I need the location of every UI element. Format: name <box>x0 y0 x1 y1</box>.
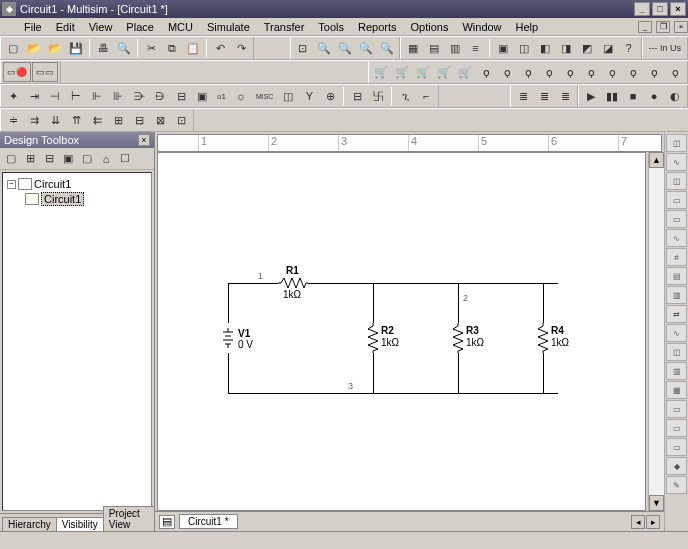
menu-file[interactable]: File <box>18 20 48 34</box>
close-button[interactable]: × <box>670 2 686 16</box>
collapse-icon[interactable]: − <box>7 180 16 189</box>
comp-rf-icon[interactable]: MISC <box>252 86 278 106</box>
instr-lv-icon[interactable]: ◆ <box>666 457 687 475</box>
tb-db-icon[interactable]: ≡ <box>466 38 486 58</box>
tab-hierarchy[interactable]: Hierarchy <box>2 517 57 531</box>
pause-button[interactable]: ▮▮ <box>602 86 622 106</box>
instr-wordgen-icon[interactable]: ▤ <box>666 267 687 285</box>
probe-1-icon[interactable]: ϙ <box>476 62 496 82</box>
comp-text-icon[interactable]: ጊ <box>395 86 415 106</box>
scroll-down-icon[interactable]: ▼ <box>649 495 664 511</box>
tb-a-icon[interactable]: ▣ <box>493 38 513 58</box>
zoom-fit-button[interactable]: 🔍 <box>377 38 397 58</box>
dt-d-icon[interactable]: ☐ <box>116 150 134 168</box>
probe-10-icon[interactable]: ϙ <box>665 62 685 82</box>
display-mode-b[interactable]: ▭▭ <box>32 62 58 82</box>
mdi-minimize-button[interactable]: _ <box>638 21 652 33</box>
probe-3-icon[interactable]: ϙ <box>518 62 538 82</box>
redo-button[interactable]: ↷ <box>231 38 251 58</box>
tb-d-icon[interactable]: ◨ <box>556 38 576 58</box>
dt-save-icon[interactable]: ⊟ <box>40 150 58 168</box>
comp-analog-icon[interactable]: ⊩ <box>87 86 107 106</box>
instr-wattmeter-icon[interactable]: ◫ <box>666 172 687 190</box>
comp-ttl-icon[interactable]: ⊪ <box>108 86 128 106</box>
save-button[interactable]: 💾 <box>66 38 86 58</box>
comp-transistor-icon[interactable]: ⊢ <box>66 86 86 106</box>
instr-5-icon[interactable]: 🛒 <box>455 62 475 82</box>
dt-c-icon[interactable]: ⌂ <box>97 150 115 168</box>
align-3-icon[interactable]: ⇊ <box>45 110 65 130</box>
instr-multimeter-icon[interactable]: ◫ <box>666 134 687 152</box>
align-6-icon[interactable]: ⊞ <box>108 110 128 130</box>
menu-tools[interactable]: Tools <box>312 20 350 34</box>
menu-view[interactable]: View <box>83 20 119 34</box>
comp-diode-icon[interactable]: ⊣ <box>45 86 65 106</box>
doc-tab-circuit1[interactable]: Circuit1 * <box>179 514 238 529</box>
dt-a-icon[interactable]: ▣ <box>59 150 77 168</box>
open-button[interactable]: 📂 <box>24 38 44 58</box>
doc-tab-icon[interactable]: ▤ <box>159 515 175 529</box>
tb-grid-icon[interactable]: ▦ <box>403 38 423 58</box>
probe-7-icon[interactable]: ϙ <box>602 62 622 82</box>
scroll-up-icon[interactable]: ▲ <box>649 152 664 168</box>
undo-button[interactable]: ↶ <box>210 38 230 58</box>
preview-button[interactable]: 🔍 <box>114 38 134 58</box>
instr-ag1-icon[interactable]: ▭ <box>666 400 687 418</box>
zoom-in-button[interactable]: 🔍 <box>314 38 334 58</box>
probe-9-icon[interactable]: ϙ <box>644 62 664 82</box>
mdi-close-button[interactable]: × <box>674 21 688 33</box>
open2-button[interactable]: 📂 <box>45 38 65 58</box>
menu-simulate[interactable]: Simulate <box>201 20 256 34</box>
zoom-full-button[interactable]: ⊡ <box>293 38 313 58</box>
component-v1[interactable] <box>221 328 235 348</box>
align-5-icon[interactable]: ⇇ <box>87 110 107 130</box>
instr-spec-icon[interactable]: ▥ <box>666 362 687 380</box>
minimize-button[interactable]: _ <box>634 2 650 16</box>
comp-mixed-icon[interactable]: ⊟ <box>171 86 191 106</box>
menu-transfer[interactable]: Transfer <box>258 20 311 34</box>
comp-power-icon[interactable]: o1 <box>213 86 230 106</box>
tree-child[interactable]: Circuit1 <box>25 191 147 207</box>
maximize-button[interactable]: □ <box>652 2 668 16</box>
tab-project-view[interactable]: Project View <box>103 506 155 531</box>
instr-3-icon[interactable]: 🛒 <box>413 62 433 82</box>
probe-4-icon[interactable]: ϙ <box>539 62 559 82</box>
align-1-icon[interactable]: ≑ <box>3 110 23 130</box>
menu-help[interactable]: Help <box>510 20 545 34</box>
comp-source-icon[interactable]: ✦ <box>3 86 23 106</box>
menu-options[interactable]: Options <box>405 20 455 34</box>
component-r1[interactable] <box>278 278 308 288</box>
new-button[interactable]: ▢ <box>3 38 23 58</box>
comp-ant-icon[interactable]: Y <box>299 86 319 106</box>
instr-4ch-icon[interactable]: ▭ <box>666 210 687 228</box>
inuse-dropdown[interactable]: --- In Us <box>645 38 686 58</box>
mdi-restore-button[interactable]: ❐ <box>656 21 670 33</box>
comp-cmos-icon[interactable]: ⋺ <box>129 86 149 106</box>
component-r2[interactable] <box>368 323 378 353</box>
tree-root[interactable]: − Circuit1 <box>7 177 147 191</box>
tb-e-icon[interactable]: ◩ <box>577 38 597 58</box>
instr-logic-icon[interactable]: ▥ <box>666 286 687 304</box>
stop-button[interactable]: ■ <box>623 86 643 106</box>
component-r3[interactable] <box>453 323 463 353</box>
instr-net-icon[interactable]: ▦ <box>666 381 687 399</box>
vertical-scrollbar[interactable]: ▲ ▼ <box>648 152 664 511</box>
run-button[interactable]: ▶ <box>581 86 601 106</box>
instr-iv-icon[interactable]: ∿ <box>666 324 687 342</box>
display-mode-a[interactable]: ▭🔴 <box>3 62 31 82</box>
record-button[interactable]: ● <box>644 86 664 106</box>
align-4-icon[interactable]: ⇈ <box>66 110 86 130</box>
menu-place[interactable]: Place <box>120 20 160 34</box>
tb-f-icon[interactable]: ◪ <box>598 38 618 58</box>
comp-indicator-icon[interactable]: ▣ <box>192 86 212 106</box>
schematic-canvas[interactable]: R1 1kΩ 1 V1 0 V R2 1kΩ R3 <box>157 152 646 511</box>
instr-conv-icon[interactable]: ⇄ <box>666 305 687 323</box>
comp-bus-icon[interactable]: ⊟ <box>347 86 367 106</box>
instr-scope-icon[interactable]: ▭ <box>666 191 687 209</box>
comp-em-icon[interactable]: ◫ <box>278 86 298 106</box>
cut-button[interactable]: ✂ <box>141 38 161 58</box>
list-a-icon[interactable]: ≣ <box>513 86 533 106</box>
tb-c-icon[interactable]: ◧ <box>535 38 555 58</box>
instr-probe-icon[interactable]: ✎ <box>666 476 687 494</box>
print-button[interactable]: 🖶 <box>93 38 113 58</box>
